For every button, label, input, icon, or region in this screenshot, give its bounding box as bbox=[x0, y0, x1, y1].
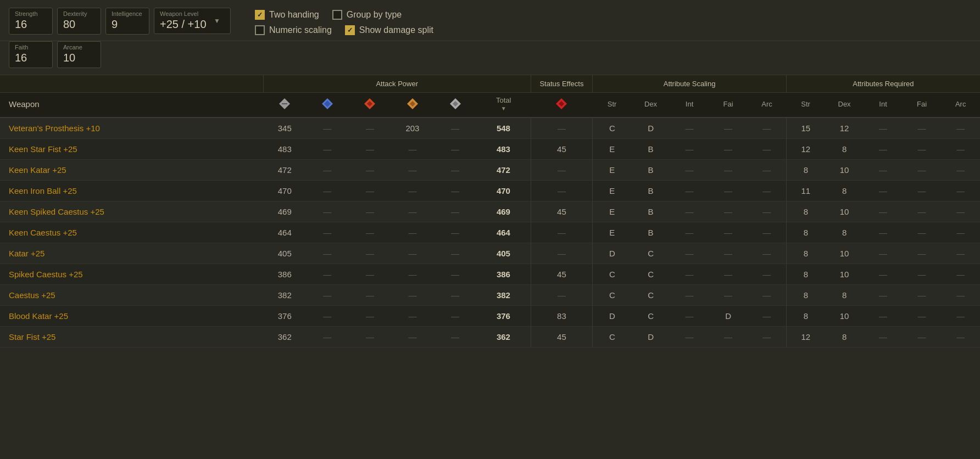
data-cell: — bbox=[391, 327, 434, 348]
show-damage-split-checkbox-item[interactable]: Show damage split bbox=[345, 25, 433, 35]
group-header-row: Attack Power Status Effects Attribute Sc… bbox=[0, 75, 980, 93]
sc-str-header: Str bbox=[593, 93, 632, 118]
numeric-scaling-checkbox[interactable] bbox=[255, 25, 265, 35]
intelligence-value[interactable]: 9 bbox=[112, 18, 143, 31]
data-cell: 8 bbox=[786, 264, 825, 285]
table-row[interactable]: Keen Katar +25472————472—EB———810——— bbox=[0, 160, 980, 181]
checkbox-row-1: Two handing Group by type bbox=[255, 10, 433, 20]
data-cell: 386 bbox=[476, 264, 531, 285]
data-cell: — bbox=[903, 181, 942, 201]
group-by-type-label: Group by type bbox=[347, 10, 402, 20]
fire-icon-header bbox=[349, 93, 392, 118]
data-cell: D bbox=[631, 327, 670, 348]
data-cell: 362 bbox=[476, 327, 531, 348]
data-cell: — bbox=[306, 327, 349, 348]
table-row[interactable]: Caestus +25382————382—CC———88——— bbox=[0, 285, 980, 306]
data-cell: 382 bbox=[476, 285, 531, 306]
data-cell: — bbox=[903, 117, 942, 139]
table-row[interactable]: Keen Star Fist +25483————48345EB———128——… bbox=[0, 139, 980, 160]
data-cell: — bbox=[434, 327, 477, 348]
data-cell: — bbox=[709, 243, 748, 264]
data-cell: 472 bbox=[263, 160, 306, 181]
data-cell: — bbox=[670, 201, 709, 222]
data-cell: 362 bbox=[263, 327, 306, 348]
data-cell: — bbox=[349, 181, 392, 201]
data-cell: — bbox=[531, 117, 593, 139]
two-handing-checkbox[interactable] bbox=[255, 10, 265, 20]
data-cell: — bbox=[709, 327, 748, 348]
strength-label: Strength bbox=[15, 10, 47, 17]
sc-int-header: Int bbox=[670, 93, 709, 118]
table-row[interactable]: Blood Katar +25376————37683DC—D—810——— bbox=[0, 306, 980, 327]
data-cell: — bbox=[434, 201, 477, 222]
data-cell: — bbox=[434, 264, 477, 285]
data-cell: 8 bbox=[786, 306, 825, 327]
table-row[interactable]: Star Fist +25362————36245CD———128——— bbox=[0, 327, 980, 348]
phys-icon bbox=[278, 97, 291, 110]
data-cell: 11 bbox=[786, 181, 825, 201]
data-cell: 203 bbox=[391, 117, 434, 139]
faith-label: Faith bbox=[15, 44, 47, 51]
data-cell: — bbox=[748, 264, 787, 285]
data-cell: — bbox=[670, 243, 709, 264]
data-cell: B bbox=[631, 160, 670, 181]
table-row[interactable]: Keen Spiked Caestus +25469————46945EB———… bbox=[0, 201, 980, 222]
data-cell: C bbox=[631, 285, 670, 306]
data-cell: 464 bbox=[263, 222, 306, 243]
data-cell: 12 bbox=[786, 139, 825, 160]
table-row[interactable]: Keen Caestus +25464————464—EB———88——— bbox=[0, 222, 980, 243]
data-cell: — bbox=[306, 160, 349, 181]
data-cell: B bbox=[631, 222, 670, 243]
data-cell: — bbox=[434, 285, 477, 306]
weapon-group-header bbox=[0, 75, 263, 93]
weapon-level-select[interactable]: +25 / +10 +24 / +9 +20 / +8 bbox=[160, 18, 225, 30]
data-cell: — bbox=[349, 117, 392, 139]
arcane-value[interactable]: 10 bbox=[63, 52, 95, 64]
strength-value[interactable]: 16 bbox=[15, 18, 47, 31]
data-cell: — bbox=[306, 181, 349, 201]
data-cell: 405 bbox=[263, 243, 306, 264]
data-cell: — bbox=[709, 264, 748, 285]
numeric-scaling-checkbox-item[interactable]: Numeric scaling bbox=[255, 25, 332, 35]
data-cell: — bbox=[941, 201, 980, 222]
table-row[interactable]: Katar +25405————405—DC———810——— bbox=[0, 243, 980, 264]
data-cell: — bbox=[349, 327, 392, 348]
group-by-type-checkbox-item[interactable]: Group by type bbox=[332, 10, 402, 20]
weapon-name-cell: Keen Star Fist +25 bbox=[0, 139, 263, 160]
total-col-header[interactable]: Total ▼ bbox=[476, 93, 531, 118]
data-cell: B bbox=[631, 201, 670, 222]
magic-icon bbox=[321, 97, 334, 110]
status-icon-header bbox=[531, 93, 593, 118]
total-sort-arrow: ▼ bbox=[478, 105, 528, 111]
magic-icon-header bbox=[306, 93, 349, 118]
table-row[interactable]: Spiked Caestus +25386————38645CC———810——… bbox=[0, 264, 980, 285]
lightning-icon-header bbox=[391, 93, 434, 118]
data-cell: — bbox=[709, 285, 748, 306]
data-cell: — bbox=[531, 222, 593, 243]
data-cell: — bbox=[864, 243, 903, 264]
table-row[interactable]: Veteran's Prosthesis +10345——203—548—CD—… bbox=[0, 117, 980, 139]
weapon-name-cell: Katar +25 bbox=[0, 243, 263, 264]
phys-icon-header bbox=[263, 93, 306, 118]
two-handing-checkbox-item[interactable]: Two handing bbox=[255, 10, 319, 20]
faith-value[interactable]: 16 bbox=[15, 52, 47, 64]
req-fai-header: Fai bbox=[903, 93, 942, 118]
data-cell: — bbox=[709, 181, 748, 201]
data-cell: — bbox=[748, 285, 787, 306]
sc-dex-header: Dex bbox=[631, 93, 670, 118]
data-cell: — bbox=[864, 139, 903, 160]
intelligence-label: Intelligence bbox=[112, 10, 143, 17]
dexterity-value[interactable]: 80 bbox=[63, 18, 95, 31]
data-cell: 8 bbox=[825, 327, 864, 348]
stat-group-row1: Strength 16 Dexterity 80 Intelligence 9 … bbox=[9, 8, 231, 35]
show-damage-split-label: Show damage split bbox=[359, 25, 433, 35]
data-cell: D bbox=[593, 243, 632, 264]
group-by-type-checkbox[interactable] bbox=[332, 10, 342, 20]
data-cell: 382 bbox=[263, 285, 306, 306]
bleed-icon bbox=[555, 97, 568, 110]
data-cell: C bbox=[593, 327, 632, 348]
data-cell: 12 bbox=[825, 117, 864, 139]
data-cell: 8 bbox=[786, 222, 825, 243]
table-row[interactable]: Keen Iron Ball +25470————470—EB———118——— bbox=[0, 181, 980, 201]
show-damage-split-checkbox[interactable] bbox=[345, 25, 355, 35]
